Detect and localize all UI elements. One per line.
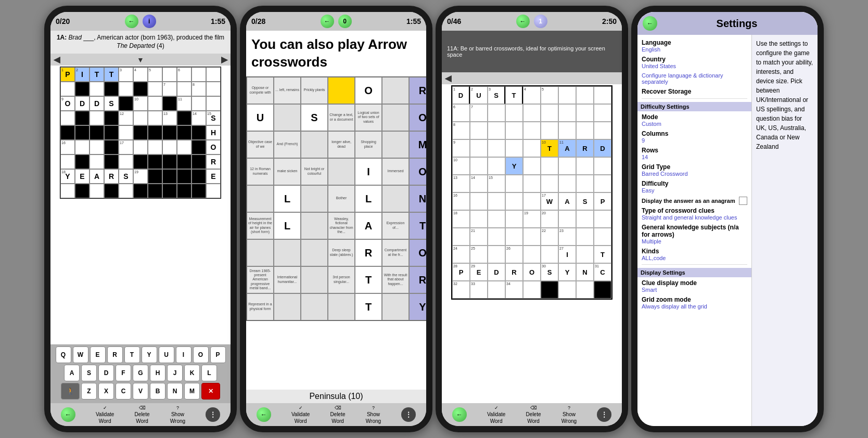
cell-r7c5[interactable] bbox=[119, 154, 133, 169]
settings-back-btn[interactable]: ← bbox=[643, 16, 657, 31]
bc-3-5[interactable] bbox=[523, 122, 541, 139]
bc-10-9[interactable]: T bbox=[594, 246, 611, 263]
acell-1-7[interactable]: R bbox=[409, 77, 426, 104]
cell-r3c3[interactable]: D bbox=[90, 96, 104, 111]
check-icon-2[interactable]: 0 bbox=[338, 15, 352, 28]
key-b[interactable]: B bbox=[150, 383, 165, 400]
menu-btn-1[interactable]: ⋮ bbox=[206, 407, 220, 422]
bc-1-5[interactable]: 4 bbox=[523, 86, 541, 104]
info-icon-1[interactable]: i bbox=[143, 15, 156, 28]
cell-r9c1[interactable] bbox=[60, 184, 75, 198]
menu-btn-2[interactable]: ⋮ bbox=[401, 407, 416, 422]
cell-r6c11[interactable]: O bbox=[206, 140, 221, 154]
bc-11-5[interactable]: O bbox=[523, 263, 541, 281]
bc-5-2[interactable] bbox=[470, 157, 488, 175]
validate-btn-2[interactable]: ✓ Validate Word bbox=[291, 405, 310, 424]
bc-12-5[interactable] bbox=[523, 281, 541, 299]
bc-6-3[interactable]: 15 bbox=[488, 175, 505, 192]
back-icon-2[interactable]: ← bbox=[321, 15, 334, 28]
bc-2-1[interactable]: 6 bbox=[452, 104, 470, 122]
menu-btn-3[interactable]: ⋮ bbox=[597, 407, 611, 422]
bc-4-4[interactable] bbox=[505, 139, 523, 157]
settings-anagram-checkbox[interactable] bbox=[739, 197, 747, 205]
cell-r8c3[interactable]: A bbox=[90, 169, 104, 184]
key-m[interactable]: M bbox=[184, 383, 200, 400]
cell-r6c3[interactable] bbox=[90, 140, 104, 154]
key-g[interactable]: G bbox=[133, 365, 148, 381]
bc-5-5[interactable] bbox=[523, 157, 541, 175]
bc-8-8[interactable] bbox=[576, 210, 594, 228]
bc-11-3[interactable]: D bbox=[488, 263, 505, 281]
acell-8-7[interactable]: R bbox=[409, 266, 426, 293]
settings-configure-lang[interactable]: Configure language & dictionary separate… bbox=[642, 72, 747, 85]
key-p[interactable]: P bbox=[210, 346, 226, 363]
acell-8-5[interactable]: T bbox=[355, 266, 382, 293]
key-t[interactable]: T bbox=[124, 346, 140, 363]
cell-r4c8[interactable]: 13 bbox=[162, 111, 177, 125]
bc-3-3[interactable] bbox=[488, 122, 505, 139]
bc-2-8[interactable] bbox=[576, 104, 594, 122]
bc-8-2[interactable] bbox=[470, 210, 488, 228]
bc-12-8[interactable] bbox=[576, 281, 594, 299]
bc-8-6[interactable]: 20 bbox=[541, 210, 558, 228]
cell-r2c5[interactable] bbox=[119, 82, 133, 96]
cell-r2c8[interactable]: 7 bbox=[162, 82, 177, 96]
key-x[interactable]: X bbox=[98, 383, 114, 400]
bc-8-4[interactable] bbox=[505, 210, 523, 228]
key-z[interactable]: Z bbox=[81, 383, 97, 400]
bc-6-8[interactable] bbox=[576, 175, 594, 192]
cell-r9c5[interactable] bbox=[119, 184, 133, 198]
key-d[interactable]: D bbox=[98, 365, 114, 381]
show-wrong-btn-3[interactable]: ? Show Wrong bbox=[561, 405, 577, 424]
bc-7-2[interactable] bbox=[470, 192, 488, 210]
cell-r6c5[interactable]: 17 bbox=[119, 140, 133, 154]
bc-1-8[interactable] bbox=[576, 86, 594, 104]
acell-9-5[interactable]: T bbox=[355, 293, 382, 320]
nav-left-3[interactable]: ◀ bbox=[445, 73, 451, 83]
acell-9-7[interactable]: Y bbox=[409, 293, 426, 320]
bc-2-6[interactable] bbox=[541, 104, 558, 122]
cell-r1c10[interactable] bbox=[192, 67, 206, 82]
cell-r7c11[interactable]: R bbox=[206, 154, 221, 169]
bc-6-6[interactable] bbox=[541, 175, 558, 192]
acell-5-7[interactable]: N bbox=[409, 185, 426, 212]
key-q[interactable]: Q bbox=[56, 346, 71, 363]
key-u[interactable]: U bbox=[159, 346, 174, 363]
bc-10-5[interactable] bbox=[523, 246, 541, 263]
key-k[interactable]: K bbox=[184, 365, 200, 381]
cell-r4c7[interactable] bbox=[148, 111, 162, 125]
delete-btn-1[interactable]: ⌫ Delete Word bbox=[135, 405, 150, 424]
bc-11-7[interactable]: Y bbox=[558, 263, 576, 281]
bc-9-1[interactable] bbox=[452, 228, 470, 246]
cell-r4c5[interactable]: 12 bbox=[119, 111, 133, 125]
cell-r1c8[interactable] bbox=[162, 67, 177, 82]
cell-r6c9[interactable] bbox=[177, 140, 192, 154]
bc-10-4[interactable]: 26 bbox=[505, 246, 523, 263]
bc-6-7[interactable] bbox=[558, 175, 576, 192]
cell-r1c2[interactable]: 2I bbox=[75, 67, 90, 82]
cell-r8c1[interactable]: 18Y bbox=[60, 169, 75, 184]
bc-9-3[interactable] bbox=[488, 228, 505, 246]
key-n[interactable]: N bbox=[167, 383, 183, 400]
bc-7-7[interactable]: A bbox=[558, 192, 576, 210]
cell-r3c2[interactable]: D bbox=[75, 96, 90, 111]
cell-r2c10[interactable]: 8 bbox=[192, 82, 206, 96]
cell-r2c11[interactable] bbox=[206, 82, 221, 96]
bc-7-9[interactable]: P bbox=[594, 192, 611, 210]
cell-r7c3[interactable] bbox=[90, 154, 104, 169]
acell-1-5[interactable]: O bbox=[355, 77, 382, 104]
acell-2-7[interactable]: O bbox=[409, 104, 426, 131]
bc-1-6[interactable]: 5 bbox=[541, 86, 558, 104]
bc-10-8[interactable] bbox=[576, 246, 594, 263]
cell-r3c6[interactable]: 10 bbox=[133, 96, 148, 111]
bc-9-6[interactable]: 22 bbox=[541, 228, 558, 246]
acell-2-3[interactable]: S bbox=[301, 104, 328, 131]
cell-r6c2[interactable] bbox=[75, 140, 90, 154]
bc-12-3[interactable] bbox=[488, 281, 505, 299]
bc-11-9[interactable]: 31C bbox=[594, 263, 611, 281]
bc-8-9[interactable] bbox=[594, 210, 611, 228]
acell-6-5[interactable]: A bbox=[355, 212, 382, 239]
cell-r4c10[interactable]: 14 bbox=[192, 111, 206, 125]
acell-5-2[interactable]: L bbox=[274, 185, 301, 212]
cell-r1c6[interactable]: 4 bbox=[133, 67, 148, 82]
